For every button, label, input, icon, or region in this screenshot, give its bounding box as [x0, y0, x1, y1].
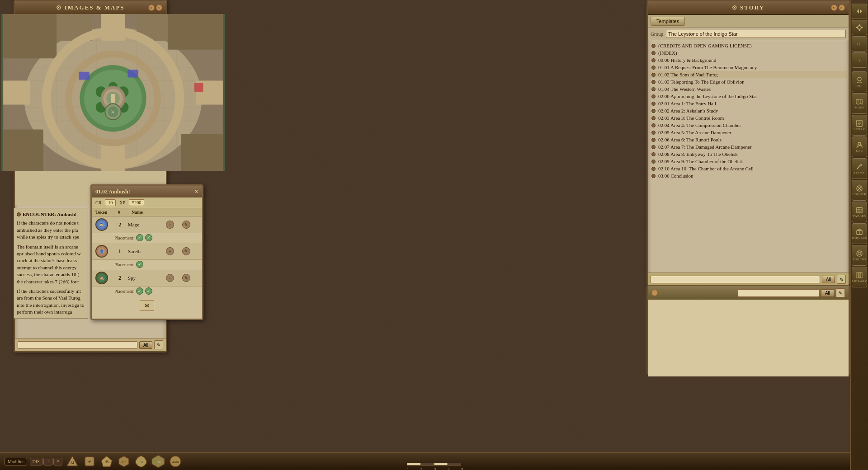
sidebar-unknown-button[interactable]: ?: [852, 52, 867, 68]
tables-label: TABLES: [853, 214, 866, 218]
sidebar-parcels-button[interactable]: PARCELS: [852, 223, 867, 244]
story-label: STORY: [854, 127, 865, 131]
story-list-item-index[interactable]: (INDEX): [650, 49, 847, 56]
sidebar-story-button[interactable]: STORY: [852, 115, 867, 136]
story-edit-button[interactable]: ✎: [837, 275, 846, 284]
notes-all-btn[interactable]: All: [821, 289, 834, 297]
placement-row-spy: Placement: ✓ ✓: [92, 287, 202, 296]
notes-close-btn[interactable]: [651, 290, 658, 296]
svg-rect-101: [860, 273, 862, 278]
svg-rect-31: [181, 134, 222, 171]
token-qty-sareth: 1: [112, 248, 128, 255]
d10-dice[interactable]: d10: [117, 454, 131, 469]
story-list-item-0205[interactable]: 02.05 Area 5: The Arcane Dampener: [650, 129, 847, 136]
placement-label: Placement:: [114, 262, 134, 267]
story-list-item-0209[interactable]: 02.09 Area 9: The Chamber of the Obelisk: [650, 158, 847, 165]
token-name-spy: Spy: [128, 275, 166, 281]
token-remove-button[interactable]: ✎: [182, 221, 190, 229]
sidebar-pc-button[interactable]: PC: [852, 71, 867, 92]
story-list-item-0207[interactable]: 02.07 Area 7: The Damaged Arcane Dampene…: [650, 143, 847, 150]
adv-value[interactable]: .5: [53, 458, 62, 465]
sidebar-settings-button[interactable]: [852, 20, 867, 35]
notes-header: All ✎: [648, 286, 849, 300]
story-close-o[interactable]: ○: [839, 5, 845, 11]
story-list-item-credits[interactable]: (CREDITS AND OPEN GAMING LICENSE): [650, 42, 847, 49]
images-maps-header: ⊙ IMAGES & MAPS × ○: [15, 1, 166, 15]
story-item-text: 00.00 History & Background: [658, 57, 716, 63]
notes-textarea[interactable]: [648, 300, 849, 376]
story-all-button[interactable]: All: [822, 276, 835, 283]
d12-dice[interactable]: d12: [134, 454, 148, 469]
clear-search-button[interactable]: ✎: [154, 340, 163, 349]
story-list-item-0104[interactable]: 01.04 The Western Wastes: [650, 85, 847, 93]
story-list-item-0210[interactable]: 02.10 Area 10: The Chamber of the Arcane…: [650, 165, 847, 172]
story-list-item-0300[interactable]: 03.00 Conclusion: [650, 172, 847, 179]
dis-badge[interactable]: DIS: [30, 458, 42, 465]
sidebar-encounters-button[interactable]: ENCNTR: [852, 180, 867, 201]
token-add-button[interactable]: +: [166, 247, 174, 255]
scale-label-3: 3: [434, 467, 436, 470]
sidebar-collapse-button[interactable]: [852, 4, 867, 19]
sidebar-tokens-button[interactable]: TOKENS: [852, 245, 867, 266]
story-list-item-0200[interactable]: 02.00 Approching the Leystone of the Ind…: [650, 93, 847, 100]
email-button[interactable]: ✉: [140, 300, 154, 311]
token-name-mage: Mage: [128, 222, 166, 227]
search-row: All ✎: [15, 338, 166, 351]
story-group-select[interactable]: The Leystone of the Indigo Star: [666, 30, 846, 38]
story-list-item-0101[interactable]: 01.01 A Request From The Bemmean Magocra…: [650, 64, 847, 71]
dis-value[interactable]: -2: [43, 458, 52, 465]
d20-icon: d20: [151, 454, 165, 469]
d100-dice[interactable]: d100: [168, 454, 183, 469]
token-remove-button[interactable]: ✎: [182, 247, 190, 255]
sidebar-library-button[interactable]: LIBRARY: [852, 267, 867, 287]
sidebar-maps-button[interactable]: MAPS: [852, 93, 867, 114]
story-list-item-0206[interactable]: 02.06 Area 6: The Runoff Pools: [650, 136, 847, 143]
close-btn-x[interactable]: ×: [148, 5, 155, 11]
svg-rect-91: [857, 207, 862, 213]
story-search-input[interactable]: [651, 276, 820, 283]
encounter-close-button[interactable]: ×: [195, 188, 198, 195]
token-add-button[interactable]: +: [166, 221, 174, 229]
d8-dice[interactable]: d8: [99, 454, 114, 469]
sidebar-plus-minus-button[interactable]: +/−: [852, 36, 867, 52]
col-name: Name: [132, 210, 198, 215]
email-area: ✉: [92, 296, 202, 315]
story-list-item-0202[interactable]: 02.02 Area 2: Askalan's Study: [650, 107, 847, 114]
story-close-x[interactable]: ×: [831, 5, 837, 11]
notes-edit-btn[interactable]: ✎: [836, 288, 845, 297]
story-list-item-0102[interactable]: 01.02 The Sons of Vael Turog: [650, 71, 847, 78]
sidebar-npc-button[interactable]: NPC: [852, 136, 867, 157]
token-remove-button[interactable]: ✎: [182, 274, 190, 282]
dice-bar: Modifier DIS -2 .5 d4 d6 d8: [0, 452, 850, 470]
story-list-item-0103[interactable]: 01.03 Teleporting To The Edge of Oblivio…: [650, 78, 847, 85]
sidebar-items-button[interactable]: ITEMS: [852, 158, 867, 179]
search-input[interactable]: [18, 341, 137, 349]
all-button[interactable]: All: [139, 341, 152, 349]
templates-button[interactable]: Templates: [651, 17, 685, 26]
svg-point-84: [858, 142, 861, 145]
d4-dice[interactable]: d4: [65, 454, 80, 469]
placement-check1: ✓: [136, 234, 143, 241]
d20-dice[interactable]: d20: [151, 454, 165, 469]
items-icon: [856, 163, 863, 170]
close-btn-o[interactable]: ○: [156, 5, 162, 11]
story-list-item-0203[interactable]: 02.03 Area 3: The Control Room: [650, 114, 847, 122]
sidebar-tables-button[interactable]: TABLES: [852, 202, 867, 222]
story-dot: [651, 109, 656, 113]
notes-search-input[interactable]: [738, 289, 819, 297]
story-list-item-0204[interactable]: 02.04 Area 4: The Compression Chamber: [650, 122, 847, 129]
d6-dice[interactable]: d6: [82, 454, 97, 469]
story-dot: [651, 51, 656, 55]
story-dot: [651, 145, 656, 149]
svg-marker-77: [856, 99, 863, 104]
map-image[interactable]: ⚔: [1, 14, 225, 171]
images-maps-close: × ○: [148, 5, 162, 11]
story-para3: The fountain itself is an arcane upr ais…: [17, 244, 85, 285]
story-list-item-0201[interactable]: 02.01 Area 1: The Entry Hall: [650, 100, 847, 107]
svg-text:d100: d100: [172, 461, 179, 464]
d12-icon: d12: [135, 455, 147, 468]
story-list-item-0000[interactable]: 00.00 History & Background: [650, 56, 847, 64]
story-list-item-0208[interactable]: 02.08 Area 8: Entryway To The Obelisk: [650, 150, 847, 158]
token-row-spy: 🕵 2 Spy + ✎ Placement: ✓ ✓: [92, 270, 202, 296]
token-add-button[interactable]: +: [166, 274, 174, 282]
